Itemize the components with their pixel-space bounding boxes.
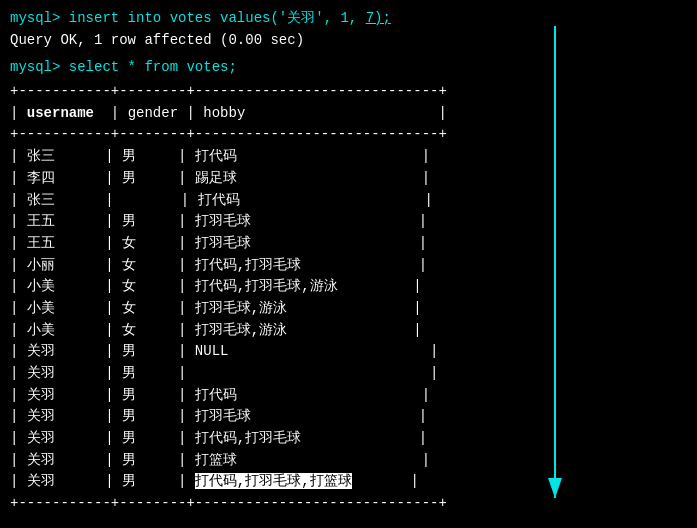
table-row: | 张三 | 男 | 打代码 | — [10, 146, 687, 168]
query-result: Query OK, 1 row affected (0.00 sec) — [10, 30, 687, 52]
command-select: mysql> select * from votes; — [10, 57, 687, 79]
table-header: | username | gender | hobby | — [10, 103, 687, 125]
table-row: | 关羽 | 男 | 打篮球 | — [10, 450, 687, 472]
command-insert: mysql> insert into votes values('关羽', 1,… — [10, 8, 687, 30]
table-row: | 关羽 | 男 | 打代码,打羽毛球 | — [10, 428, 687, 450]
table-row: | 张三 | | 打代码 | — [10, 190, 687, 212]
table-row: | 王五 | 女 | 打羽毛球 | — [10, 233, 687, 255]
table-row: | 小美 | 女 | 打代码,打羽毛球,游泳 | — [10, 276, 687, 298]
divider-header: +-----------+--------+------------------… — [10, 124, 687, 146]
table-row: | 关羽 | 男 | 打代码 | — [10, 385, 687, 407]
table-row: | 王五 | 男 | 打羽毛球 | — [10, 211, 687, 233]
table-row: | 小美 | 女 | 打羽毛球,游泳 | — [10, 298, 687, 320]
divider-bottom: +-----------+--------+------------------… — [10, 493, 687, 515]
col-hobby: hobby — [203, 105, 245, 121]
table-row-highlighted: | 关羽 | 男 | 打代码,打羽毛球,打篮球 | — [10, 471, 687, 493]
table-row: | 小丽 | 女 | 打代码,打羽毛球 | — [10, 255, 687, 277]
divider-top: +-----------+--------+------------------… — [10, 81, 687, 103]
terminal-window: mysql> insert into votes values('关羽', 1,… — [10, 8, 687, 520]
col-username: username — [27, 105, 94, 121]
highlighted-value: 7); — [366, 10, 391, 26]
highlighted-hobby: 打代码,打羽毛球,打篮球 — [195, 473, 352, 489]
table-row: | 小美 | 女 | 打羽毛球,游泳 | — [10, 320, 687, 342]
table-row: | 关羽 | 男 | 打羽毛球 | — [10, 406, 687, 428]
table-row: | 关羽 | 男 | NULL | — [10, 341, 687, 363]
col-gender: gender — [128, 105, 178, 121]
table-output: +-----------+--------+------------------… — [10, 81, 687, 515]
table-row: | 李四 | 男 | 踢足球 | — [10, 168, 687, 190]
table-row: | 关羽 | 男 | | — [10, 363, 687, 385]
